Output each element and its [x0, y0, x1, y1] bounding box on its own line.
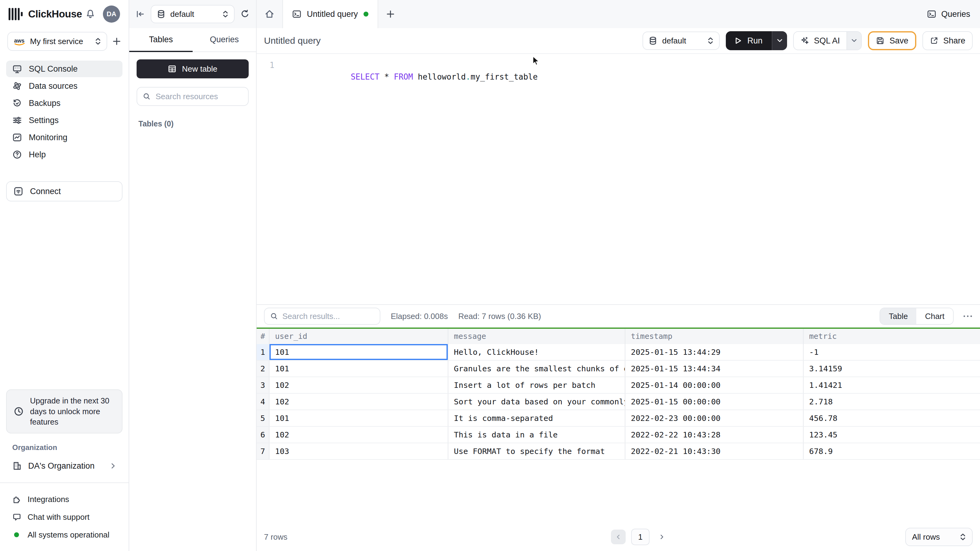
sidebar-item-data-sources[interactable]: Data sources [6, 78, 123, 94]
message-cell[interactable]: Sort your data based on your commonly-us… [449, 394, 625, 410]
column-header-message[interactable]: message [449, 329, 625, 344]
sidebar-item-sql-console[interactable]: SQL Console [6, 60, 123, 77]
message-cell[interactable]: It is comma-separated [449, 410, 625, 426]
sidebar-link-integrations[interactable]: Integrations [12, 492, 116, 507]
column-header-user-id[interactable]: user_id [269, 329, 449, 344]
timestamp-cell[interactable]: 2025-01-14 00:00:00 [625, 377, 803, 393]
page-size-selector[interactable]: All rows [905, 528, 973, 546]
results-more-menu-icon[interactable] [963, 315, 973, 318]
view-toggle-table[interactable]: Table [880, 308, 916, 324]
tab-queries[interactable]: Queries [192, 28, 256, 52]
column-header-metric[interactable]: metric [803, 329, 980, 344]
organization-row[interactable]: DA's Organization [0, 457, 129, 475]
user-id-cell[interactable]: 101 [269, 360, 449, 376]
message-cell[interactable]: Use FORMAT to specify the format [449, 443, 625, 459]
sidebar-item-settings[interactable]: Settings [6, 112, 123, 129]
user-avatar[interactable]: DA [103, 5, 120, 23]
next-page-button[interactable] [655, 530, 668, 544]
sidebar-item-backups[interactable]: Backups [6, 95, 123, 111]
chart-icon [12, 133, 22, 142]
user-id-cell[interactable]: 102 [269, 394, 449, 410]
top-tab-bar: default Untitled query Quer [129, 0, 980, 28]
unsaved-changes-dot [364, 12, 368, 16]
sql-ai-caret[interactable] [846, 32, 861, 49]
table-row: 1 101 Hello, ClickHouse! 2025-01-15 13:4… [257, 344, 980, 360]
metric-cell[interactable]: 2.718 [803, 394, 980, 410]
timestamp-cell[interactable]: 2025-01-15 00:00:00 [625, 394, 803, 410]
table-row: 6 102 This is data in a file 2022-02-22 … [257, 427, 980, 443]
row-index-cell: 5 [257, 410, 269, 426]
sidebar: ClickHouse DA aws My first service SQL C… [0, 0, 129, 551]
line-number: 1 [257, 59, 274, 94]
resource-explorer: Tables Queries New table Tables (0) [129, 28, 257, 551]
timestamp-cell[interactable]: 2025-01-15 13:44:34 [625, 360, 803, 376]
upgrade-notice[interactable]: Upgrade in the next 30 days to unlock mo… [6, 389, 123, 433]
metric-cell[interactable]: 123.45 [803, 427, 980, 443]
user-id-cell[interactable]: 101 [269, 410, 449, 426]
share-button[interactable]: Share [923, 31, 973, 50]
home-icon[interactable] [257, 0, 282, 28]
collapse-panel-icon[interactable] [135, 9, 145, 19]
sql-ai-button[interactable]: SQL AI [793, 31, 862, 50]
metric-cell[interactable]: 678.9 [803, 443, 980, 459]
message-cell[interactable]: This is data in a file [449, 427, 625, 443]
timestamp-cell[interactable]: 2022-02-22 10:43:28 [625, 427, 803, 443]
user-id-cell[interactable]: 103 [269, 443, 449, 459]
logo-row: ClickHouse DA [0, 0, 129, 28]
user-id-cell[interactable]: 102 [269, 427, 449, 443]
previous-page-button[interactable] [611, 530, 626, 544]
sidebar-link-chat-support[interactable]: Chat with support [12, 510, 116, 525]
user-id-cell[interactable]: 102 [269, 377, 449, 393]
message-cell[interactable]: Hello, ClickHouse! [449, 344, 625, 360]
terminal-icon [292, 10, 301, 19]
column-header-timestamp[interactable]: timestamp [625, 329, 803, 344]
service-selector[interactable]: aws My first service [7, 32, 107, 51]
sql-editor[interactable]: 1 SELECT * FROM helloworld.my_first_tabl… [257, 54, 980, 304]
user-id-cell[interactable]: 101 [269, 344, 449, 360]
tables-count-label: Tables (0) [137, 119, 249, 128]
view-toggle-chart[interactable]: Chart [916, 308, 953, 324]
tab-tables[interactable]: Tables [129, 28, 192, 52]
message-cell[interactable]: Insert a lot of rows per batch [449, 377, 625, 393]
sidebar-divider [0, 483, 129, 483]
sidebar-item-monitoring[interactable]: Monitoring [6, 129, 123, 146]
view-toggle: Table Chart [880, 308, 954, 325]
search-icon [270, 312, 278, 320]
sql-editor-line[interactable]: 1 SELECT * FROM helloworld.my_first_tabl… [257, 59, 980, 94]
timestamp-cell[interactable]: 2025-01-15 13:44:29 [625, 344, 803, 360]
tab-untitled-query[interactable]: Untitled query [282, 0, 378, 28]
connect-button[interactable]: Connect [6, 181, 123, 202]
new-table-button[interactable]: New table [137, 59, 249, 78]
queries-button[interactable]: Queries [917, 0, 980, 28]
notifications-bell-icon[interactable] [85, 9, 95, 19]
chevron-down-icon [851, 38, 857, 43]
run-options-caret[interactable] [772, 31, 787, 50]
column-header-index[interactable]: # [257, 329, 269, 344]
new-tab-button[interactable] [378, 0, 403, 28]
metric-cell[interactable]: -1 [803, 344, 980, 360]
sidebar-item-help[interactable]: Help [6, 146, 123, 163]
metric-cell[interactable]: 3.14159 [803, 360, 980, 376]
clickhouse-logo-icon [9, 8, 23, 20]
database-selector-query[interactable]: default [643, 32, 720, 50]
metric-cell[interactable]: 456.78 [803, 410, 980, 426]
refresh-icon[interactable] [240, 9, 250, 19]
results-search-input[interactable] [282, 311, 374, 321]
search-icon [143, 92, 151, 100]
resource-search-input[interactable] [156, 92, 243, 101]
message-cell[interactable]: Granules are the smallest chunks of data… [449, 360, 625, 376]
sidebar-link-system-status[interactable]: All systems operational [12, 527, 116, 542]
add-service-button[interactable] [112, 37, 121, 46]
run-button[interactable]: Run [726, 31, 787, 50]
database-selector-topbar[interactable]: default [151, 5, 235, 23]
results-search-box[interactable] [264, 308, 380, 325]
resource-search-box[interactable] [137, 87, 249, 106]
query-header: Untitled query default Run [257, 28, 980, 54]
timestamp-cell[interactable]: 2022-02-21 10:43:30 [625, 443, 803, 459]
orbit-icon [12, 81, 22, 91]
timestamp-cell[interactable]: 2022-02-23 00:00:00 [625, 410, 803, 426]
current-page-button[interactable]: 1 [631, 529, 649, 545]
sql-keyword: FROM [394, 72, 413, 81]
save-button[interactable]: Save [868, 31, 916, 50]
metric-cell[interactable]: 1.41421 [803, 377, 980, 393]
